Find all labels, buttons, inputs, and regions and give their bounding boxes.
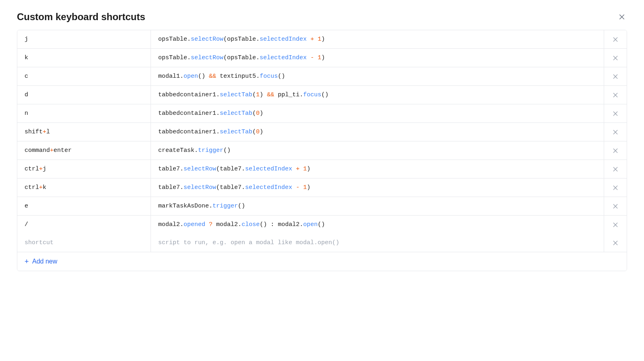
close-icon: [612, 240, 619, 246]
shortcut-row: ntabbedcontainer1.selectTab(0): [17, 104, 627, 123]
script-token: .: [299, 91, 303, 98]
shortcut-script-input[interactable]: opsTable.selectRow(opsTable.selectedInde…: [151, 49, 604, 67]
script-token: (: [252, 91, 256, 98]
script-token: open: [303, 221, 318, 228]
shortcut-row: jopsTable.selectRow(opsTable.selectedInd…: [17, 30, 627, 49]
shortcut-key-input[interactable]: k: [17, 49, 151, 67]
add-row: + Add new: [17, 252, 627, 271]
close-button[interactable]: [617, 12, 627, 22]
delete-row-button[interactable]: [610, 127, 621, 138]
shortcut-key-input[interactable]: shift+l: [17, 123, 151, 141]
delete-row-button[interactable]: [610, 237, 621, 249]
script-token: trigger: [198, 147, 223, 154]
script-token: [299, 166, 303, 172]
close-icon: [612, 110, 619, 117]
close-icon: [612, 166, 619, 172]
script-token: [213, 221, 216, 228]
script-token: (): [238, 203, 245, 210]
shortcut-key-input[interactable]: ctrl+j: [17, 160, 151, 178]
script-token: selectedIndex: [245, 166, 292, 172]
shortcut-key-input[interactable]: n: [17, 104, 151, 122]
script-token: table7: [220, 166, 242, 172]
script-token: [314, 54, 318, 61]
script-token: ): [321, 36, 325, 43]
script-token: .: [256, 73, 260, 80]
script-token: .: [256, 54, 260, 61]
script-token: [307, 54, 310, 61]
delete-row-button[interactable]: [610, 108, 621, 119]
script-token: +: [310, 36, 314, 43]
shortcut-script-input[interactable]: table7.selectRow(table7.selectedIndex + …: [151, 160, 604, 178]
shortcut-script-input[interactable]: table7.selectRow(table7.selectedIndex - …: [151, 178, 604, 197]
shortcut-key-input[interactable]: d: [17, 86, 151, 104]
shortcut-script-input[interactable]: modal2.opened ? modal2.close() : modal2.…: [151, 216, 604, 234]
delete-row-button[interactable]: [610, 182, 621, 193]
shortcut-script-input[interactable]: tabbedcontainer1.selectTab(0): [151, 104, 604, 122]
script-token: table7: [220, 184, 242, 191]
shortcut-key-input[interactable]: c: [17, 67, 151, 85]
shortcut-script-input[interactable]: tabbedcontainer1.selectTab(0): [151, 123, 604, 141]
shortcut-key-input[interactable]: command+enter: [17, 141, 151, 160]
script-token: 1: [256, 91, 260, 98]
key-token: +: [39, 166, 43, 172]
script-token: [205, 221, 209, 228]
delete-row-button[interactable]: [610, 164, 621, 175]
key-token: ctrl: [25, 184, 39, 191]
key-token: j: [25, 36, 28, 43]
shortcut-row: /modal2.opened ? modal2.close() : modal2…: [17, 216, 627, 234]
script-token: (: [252, 110, 256, 117]
script-token: (): [278, 73, 285, 80]
shortcut-script-input[interactable]: opsTable.selectRow(opsTable.selectedInde…: [151, 30, 604, 48]
key-token: e: [25, 203, 28, 210]
script-token: 0: [256, 129, 260, 135]
shortcut-script-input[interactable]: modal1.open() && textinput5.focus(): [151, 67, 604, 85]
script-token: &&: [209, 73, 216, 80]
shortcut-script-input[interactable]: createTask.trigger(): [151, 141, 604, 160]
delete-row-button[interactable]: [610, 71, 621, 82]
shortcuts-table: jopsTable.selectRow(opsTable.selectedInd…: [17, 30, 627, 271]
script-token: ppl_ti: [278, 91, 299, 98]
delete-row-button[interactable]: [610, 145, 621, 156]
shortcut-script-input[interactable]: markTaskAsDone.trigger(): [151, 197, 604, 215]
script-token: (: [223, 54, 227, 61]
script-token: 0: [256, 110, 260, 117]
script-token: .: [242, 184, 245, 191]
close-icon: [612, 73, 619, 80]
script-token: (: [216, 166, 220, 172]
script-token: [205, 73, 209, 80]
shortcut-key-input[interactable]: shortcut: [17, 234, 151, 252]
script-token: selectRow: [191, 36, 223, 43]
script-token: tabbedcontainer1: [158, 110, 216, 117]
delete-row-button[interactable]: [610, 34, 621, 45]
page-title: Custom keyboard shortcuts: [17, 11, 145, 23]
delete-row-button[interactable]: [610, 201, 621, 212]
shortcut-script-input[interactable]: tabbedcontainer1.selectTab(1) && ppl_ti.…: [151, 86, 604, 104]
script-token: opened: [184, 221, 205, 228]
script-token: (): [260, 221, 267, 228]
script-token: .: [216, 91, 220, 98]
script-token: .: [180, 184, 184, 191]
add-new-button[interactable]: + Add new: [25, 258, 57, 265]
shortcut-row: ctrl+ktable7.selectRow(table7.selectedIn…: [17, 178, 627, 197]
script-token: [263, 91, 267, 98]
delete-row-button[interactable]: [610, 89, 621, 101]
script-token: .: [180, 166, 184, 172]
shortcut-key-input[interactable]: e: [17, 197, 151, 215]
script-token: createTask: [158, 147, 194, 154]
shortcut-delete-cell: [604, 160, 627, 178]
script-token: (: [216, 184, 220, 191]
key-token: +: [43, 129, 46, 135]
script-token: modal2: [158, 221, 180, 228]
shortcut-key-input[interactable]: ctrl+k: [17, 178, 151, 197]
shortcut-key-input[interactable]: j: [17, 30, 151, 48]
script-token: (): [198, 73, 205, 80]
script-token: table7: [158, 184, 180, 191]
shortcut-key-placeholder: shortcut: [25, 239, 54, 246]
delete-row-button[interactable]: [610, 52, 621, 64]
shortcut-key-input[interactable]: /: [17, 216, 151, 234]
script-token: .: [242, 166, 245, 172]
delete-row-button[interactable]: [610, 219, 621, 230]
shortcut-delete-cell: [604, 216, 627, 234]
shortcut-row: emarkTaskAsDone.trigger(): [17, 197, 627, 216]
shortcut-script-input[interactable]: script to run, e.g. open a modal like mo…: [151, 234, 604, 252]
